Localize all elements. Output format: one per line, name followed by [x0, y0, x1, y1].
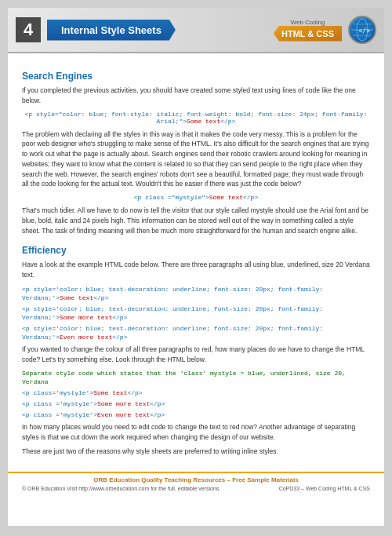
header-number: 4	[16, 17, 41, 42]
svg-text:</>: </>	[359, 27, 371, 35]
efficiency-separate: Separate style code which states that th…	[22, 368, 370, 385]
content: Search Engines If you completed the prev…	[8, 53, 384, 465]
efficiency-para4: These are just two of the reasons why st…	[22, 447, 370, 457]
section-efficiency: Efficiency Have a look at the example HT…	[22, 245, 370, 456]
code-block-2: <p class ="mystyle">Some text</p>	[22, 194, 370, 201]
footer: ORB Education Quality Teaching Resources…	[8, 472, 384, 494]
class-code-3: <p class ='mystyle'>Even more text</p>	[22, 410, 370, 418]
efficiency-para2: If you wanted to change the colour of al…	[22, 345, 370, 365]
class-code-2: <p class ='mystyle'>Some more text</p>	[22, 399, 370, 407]
globe-icon: </>	[348, 16, 376, 44]
footer-left: © ORB Education Visit http://www.orbeduc…	[22, 486, 220, 491]
section-search-engines: Search Engines If you completed the prev…	[22, 71, 370, 235]
search-engines-para1: If you completed the previous activities…	[22, 86, 370, 106]
header-webcoding: Web Coding HTML & CSS	[274, 19, 342, 42]
efficiency-para3: In how many places would you need to edi…	[22, 422, 370, 443]
class-code-1: <p class='mystyle'>Some text</p>	[22, 388, 370, 396]
header-title: Internal Style Sheets	[47, 20, 176, 41]
efficiency-code-2: <p style='color: blue; text-decoration: …	[22, 304, 370, 321]
footer-right: CoPD33 – Web Coding HTML & CSS	[279, 486, 370, 491]
footer-top-text: ORB Education Quality Teaching Resources…	[22, 476, 370, 483]
header-htmlcss: HTML & CSS	[274, 26, 342, 42]
efficiency-heading: Efficiency	[22, 245, 370, 256]
footer-bottom: © ORB Education Visit http://www.orbeduc…	[22, 486, 370, 491]
efficiency-code-3: <p style='color: blue; text-decoration: …	[22, 323, 370, 341]
header: 4 Internal Style Sheets Web Coding HTML …	[8, 8, 384, 53]
search-engines-para3: That's much tidier. All we have to do no…	[22, 206, 370, 235]
page: 4 Internal Style Sheets Web Coding HTML …	[8, 8, 384, 526]
search-engines-para2: The problem with declaring all the style…	[22, 129, 370, 190]
search-engines-heading: Search Engines	[22, 71, 370, 82]
code-block-1: <p style="color: blue; font-style: itali…	[22, 111, 370, 125]
header-right: Web Coding HTML & CSS </>	[274, 16, 376, 44]
webcoding-label: Web Coding	[274, 19, 342, 26]
efficiency-code-1: <p style='color: blue; text-decoration: …	[22, 284, 370, 301]
efficiency-para1: Have a look at the example HTML code bel…	[22, 260, 370, 280]
